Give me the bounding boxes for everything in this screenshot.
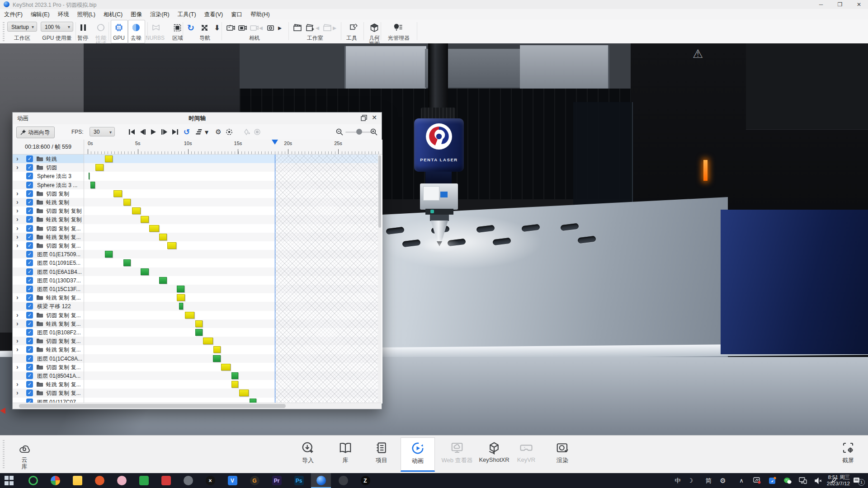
menu-item[interactable]: 环境	[54, 9, 73, 20]
menu-item[interactable]: 工具(T)	[174, 9, 200, 20]
region-icon[interactable]	[171, 22, 184, 33]
taskbar-clock[interactable]: 8:51 周三 2023/7/12	[809, 474, 850, 487]
track-visibility-checkbox[interactable]: ✓	[26, 259, 33, 266]
track-visibility-checkbox[interactable]: ✓	[26, 320, 33, 327]
tray-night-mode-icon[interactable]: ☽	[684, 473, 696, 488]
track-visibility-checkbox[interactable]: ✓	[26, 294, 33, 301]
track-row[interactable]: ›✓切圆 复制 复...	[13, 389, 84, 397]
menu-item[interactable]: 窗口	[227, 9, 246, 20]
app-gray[interactable]	[178, 473, 198, 488]
tray-hidden-icons-chevron[interactable]: ∧	[736, 473, 747, 488]
expand-chevron-icon[interactable]: ›	[16, 294, 19, 301]
pause-icon[interactable]	[77, 22, 90, 33]
expand-chevron-icon[interactable]: ›	[16, 225, 19, 232]
expand-chevron-icon[interactable]: ›	[16, 190, 19, 197]
keyframe-bar[interactable]	[149, 225, 159, 232]
track-row[interactable]: ›✓切圆 复制 复...	[13, 241, 84, 250]
record-keyframe-icon[interactable]	[252, 127, 262, 137]
app-orange-browser[interactable]	[90, 473, 109, 488]
track-visibility-checkbox[interactable]: ✓	[26, 207, 33, 214]
menu-item[interactable]: 渲染(R)	[146, 9, 173, 20]
ease-curve-icon[interactable]	[194, 127, 204, 137]
app-photoshop[interactable]: Ps	[289, 473, 309, 488]
track-row[interactable]: ✓图层 01(85041A...	[13, 371, 84, 380]
pan-icon[interactable]	[198, 22, 211, 33]
light-manager-icon[interactable]	[392, 22, 404, 33]
track-row[interactable]: ✓Sphere 淡出 3 ...	[13, 181, 84, 189]
track-visibility-checkbox[interactable]: ✓	[26, 190, 33, 197]
keyframe-bar[interactable]	[203, 338, 213, 344]
notification-center-icon[interactable]: 1	[851, 473, 867, 488]
expand-chevron-icon[interactable]: ›	[16, 242, 19, 249]
app-blue-v[interactable]: V	[222, 473, 242, 488]
camera-icon[interactable]	[265, 22, 278, 33]
playhead-line[interactable]	[275, 155, 275, 404]
keyframe-bar[interactable]	[159, 234, 167, 240]
prev-studio-icon[interactable]: ◂	[315, 22, 320, 33]
app-pink[interactable]	[112, 473, 132, 488]
track-row[interactable]: ›✓蛙跳 复制 复...	[13, 345, 84, 354]
menu-item[interactable]: 文件(F)	[0, 9, 27, 20]
expand-chevron-icon[interactable]: ›	[16, 320, 19, 327]
app-green-square[interactable]	[134, 473, 154, 488]
track-row[interactable]: ✓图层 01(15C13F...	[13, 285, 84, 293]
app-g-downloader[interactable]: G	[245, 473, 264, 488]
keyframe-bar[interactable]	[105, 251, 113, 258]
app-keyshot[interactable]	[311, 473, 331, 488]
track-visibility-checkbox[interactable]: ✓	[26, 364, 33, 371]
track-visibility-checkbox[interactable]: ✓	[26, 173, 33, 179]
keyframe-bar[interactable]	[213, 346, 221, 353]
dock-screenshot[interactable]: 截屏	[831, 437, 865, 472]
app-green-browser[interactable]	[23, 473, 43, 488]
expand-chevron-icon[interactable]: ›	[16, 311, 19, 319]
playhead-marker[interactable]	[272, 140, 278, 145]
keyframe-bar[interactable]	[195, 329, 203, 336]
toolbar-drag-handle[interactable]	[3, 22, 5, 41]
keyframe-bar[interactable]	[113, 190, 123, 197]
track-row[interactable]: ✓横梁 平移 122	[13, 302, 84, 310]
minimize-button[interactable]: ─	[812, 0, 830, 9]
keyframe-bar[interactable]	[95, 164, 104, 171]
dock-drag-handle[interactable]	[3, 440, 5, 468]
dock-project[interactable]: 项目	[364, 437, 399, 472]
track-visibility-checkbox[interactable]: ✓	[26, 199, 33, 206]
track-row[interactable]: ✓图层 01(1C4C8A...	[13, 354, 84, 363]
dock-import[interactable]: 导入	[291, 437, 325, 472]
keyframe-bar[interactable]	[221, 364, 231, 371]
keyframe-bar[interactable]	[231, 381, 239, 388]
tray-blue-app-icon[interactable]	[766, 473, 778, 488]
dock-web-viewer[interactable]: Web 查看器	[437, 437, 477, 472]
track-visibility-checkbox[interactable]: ✓	[26, 381, 33, 388]
keyframe-bar[interactable]	[177, 286, 184, 292]
track-row[interactable]: ✓Sphere 淡出 3	[13, 172, 84, 180]
app-dark[interactable]	[333, 473, 353, 488]
track-visibility-checkbox[interactable]: ✓	[26, 355, 33, 362]
play-button[interactable]	[148, 127, 158, 137]
keyframe-bar[interactable]	[185, 312, 194, 319]
track-row[interactable]: ›✓切圆	[13, 163, 84, 172]
track-row[interactable]: ›✓切圆 复制	[13, 189, 84, 198]
dock-keyvr[interactable]: KeyVR	[509, 437, 543, 472]
skip-to-start-button[interactable]	[127, 127, 137, 137]
timeline-ruler[interactable]: 0s5s10s15s20s25s	[84, 140, 382, 155]
add-keyframe-icon[interactable]	[241, 127, 251, 137]
panel-close-icon[interactable]: ✕	[372, 114, 377, 121]
track-row[interactable]: ✓图层 01(B108F2...	[13, 328, 84, 337]
track-row[interactable]: ✓图层 01(1091E5...	[13, 258, 84, 267]
track-visibility-checkbox[interactable]: ✓	[26, 225, 33, 232]
track-row[interactable]: ✓图层 01(E17509...	[13, 250, 84, 258]
expand-chevron-icon[interactable]: ›	[16, 207, 19, 214]
track-visibility-checkbox[interactable]: ✓	[26, 338, 33, 344]
app-red-square[interactable]	[156, 473, 176, 488]
track-visibility-checkbox[interactable]: ✓	[26, 242, 33, 249]
lock-camera-icon[interactable]	[236, 22, 249, 33]
keyframe-bar[interactable]	[179, 303, 183, 310]
keyframe-bar[interactable]	[123, 259, 131, 266]
expand-chevron-icon[interactable]: ›	[16, 337, 19, 344]
keyframe-bar[interactable]	[90, 182, 95, 188]
gpu-usage-dropdown[interactable]: 100 %▾	[41, 22, 73, 32]
track-visibility-checkbox[interactable]: ✓	[26, 155, 33, 162]
tools-icon[interactable]	[347, 22, 360, 33]
track-visibility-checkbox[interactable]: ✓	[26, 303, 33, 310]
expand-chevron-icon[interactable]: ›	[16, 233, 19, 240]
